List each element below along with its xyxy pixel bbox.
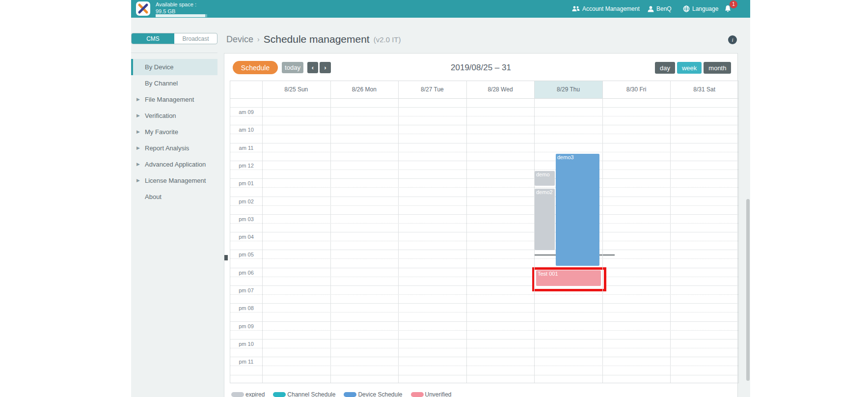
legend-color-swatch — [273, 392, 286, 397]
breadcrumb: Device › Schedule management (v2.0 IT) — [226, 31, 401, 48]
arrow-right-icon: ▶ — [136, 124, 140, 140]
half-hour-line — [230, 277, 738, 277]
view-switcher: dayweekmonth — [655, 62, 731, 74]
tab-cms[interactable]: CMS — [132, 33, 174, 44]
sidebar-item-label: Verification — [145, 112, 176, 119]
sidebar-item-my-favorite[interactable]: ▶My Favorite — [131, 124, 217, 140]
hour-line — [230, 303, 738, 304]
legend-label: expired — [245, 391, 265, 397]
time-label: pm 08 — [230, 305, 262, 311]
column-border — [330, 81, 331, 383]
available-space-bar — [156, 14, 207, 17]
time-label: pm 03 — [230, 216, 262, 222]
event-title: demo — [536, 171, 550, 177]
column-border — [602, 81, 603, 383]
day-header: 8/30 Fri — [602, 81, 671, 98]
sidebar-item-label: My Favorite — [145, 128, 178, 136]
half-hour-line — [230, 312, 738, 312]
half-hour-line — [230, 366, 738, 366]
sidebar-item-advanced-application[interactable]: ▶Advanced Application — [131, 156, 217, 172]
sidebar-item-label: About — [145, 193, 162, 200]
arrow-right-icon: ▶ — [136, 172, 140, 189]
half-hour-line — [230, 134, 738, 134]
day-header: 8/28 Wed — [466, 81, 535, 98]
time-label: pm 12 — [230, 163, 262, 169]
language-button[interactable]: Language — [683, 0, 718, 18]
legend-item-expired: expired — [231, 391, 265, 397]
sidebar-item-about[interactable]: About — [131, 189, 217, 205]
time-grid[interactable]: am 09am 10am 11pm 12pm 01pm 02pm 03pm 04… — [230, 99, 738, 383]
legend-item-unverified: Unverified — [411, 391, 452, 397]
legend: expiredChannel ScheduleDevice ScheduleUn… — [231, 391, 452, 397]
calendar-card: Schedule today ‹ › 2019/08/25 – 31 daywe… — [224, 53, 738, 397]
hour-line — [230, 339, 738, 340]
time-label: am 11 — [230, 145, 262, 151]
page-title: Schedule management — [264, 33, 370, 45]
half-hour-line — [230, 348, 738, 348]
sidebar-item-label: By Device — [145, 63, 174, 71]
sidebar-item-report-analysis[interactable]: ▶Report Analysis — [131, 140, 217, 156]
legend-color-swatch — [411, 392, 424, 397]
user-menu[interactable]: BenQ — [648, 0, 672, 18]
sidebar-item-by-channel[interactable]: By Channel — [131, 75, 217, 91]
hour-line — [230, 268, 738, 268]
hour-line — [230, 178, 738, 179]
sidebar-item-file-management[interactable]: ▶File Management — [131, 91, 217, 108]
half-hour-line — [230, 205, 738, 206]
time-label: pm 11 — [230, 359, 262, 365]
time-label: pm 05 — [230, 252, 262, 257]
time-label: am 09 — [230, 109, 262, 115]
hour-line — [230, 197, 738, 197]
sidebar-mode-toggle: CMS Broadcast — [131, 33, 217, 44]
hour-line — [230, 125, 738, 125]
app-logo-icon[interactable] — [136, 1, 150, 16]
half-hour-line — [230, 294, 738, 295]
view-button-month[interactable]: month — [704, 62, 731, 74]
day-header: 8/27 Tue — [398, 81, 466, 98]
half-hour-line — [230, 116, 738, 116]
half-hour-line — [230, 170, 738, 170]
column-border — [398, 81, 399, 383]
info-icon[interactable]: i — [728, 35, 737, 44]
sidebar-item-verification[interactable]: ▶Verification — [131, 108, 217, 124]
legend-item-device-schedule: Device Schedule — [344, 391, 402, 397]
people-icon — [572, 6, 580, 12]
hour-line — [230, 107, 738, 108]
sidebar-item-by-device[interactable]: By Device — [131, 59, 217, 75]
arrow-right-icon: ▶ — [136, 156, 140, 172]
view-button-week[interactable]: week — [677, 62, 702, 74]
half-hour-line — [230, 187, 738, 188]
person-icon — [648, 6, 654, 12]
view-button-day[interactable]: day — [655, 62, 675, 74]
topbar: Available space : 99.5 GB Account Manage… — [131, 0, 750, 18]
breadcrumb-section[interactable]: Device — [226, 34, 253, 45]
event-demo[interactable]: demo — [535, 171, 555, 186]
sidebar-item-license-management[interactable]: ▶License Management — [131, 172, 217, 189]
event-title: demo3 — [557, 154, 574, 160]
sidebar-menu: By DeviceBy Channel▶File Management▶Veri… — [131, 59, 217, 205]
event-test-001[interactable]: Test 001 — [536, 270, 601, 286]
hour-line — [230, 232, 738, 232]
username-label: BenQ — [656, 5, 672, 12]
event-demo2[interactable]: demo2 — [535, 189, 555, 250]
account-management-button[interactable]: Account Management — [572, 0, 640, 18]
legend-label: Channel Schedule — [287, 391, 335, 397]
available-space-value: 99.5 GB — [156, 8, 175, 14]
time-label: pm 09 — [230, 323, 262, 329]
time-label: pm 02 — [230, 198, 262, 204]
tab-broadcast[interactable]: Broadcast — [174, 33, 217, 44]
page-version: (v2.0 IT) — [374, 35, 401, 44]
hour-line — [230, 214, 738, 215]
breadcrumb-separator-icon: › — [257, 35, 260, 43]
available-space-label: Available space : — [156, 1, 196, 7]
arrow-right-icon: ▶ — [136, 91, 140, 108]
time-label: pm 10 — [230, 341, 262, 347]
arrow-right-icon: ▶ — [136, 140, 140, 156]
arrow-right-icon: ▶ — [136, 108, 140, 124]
half-hour-line — [230, 330, 738, 331]
day-header: 8/31 Sat — [670, 81, 738, 98]
sidebar-item-label: By Channel — [145, 80, 178, 87]
vertical-scrollbar[interactable] — [746, 199, 750, 381]
event-demo3[interactable]: demo3 — [556, 154, 599, 266]
sidebar-item-label: License Management — [145, 177, 206, 184]
